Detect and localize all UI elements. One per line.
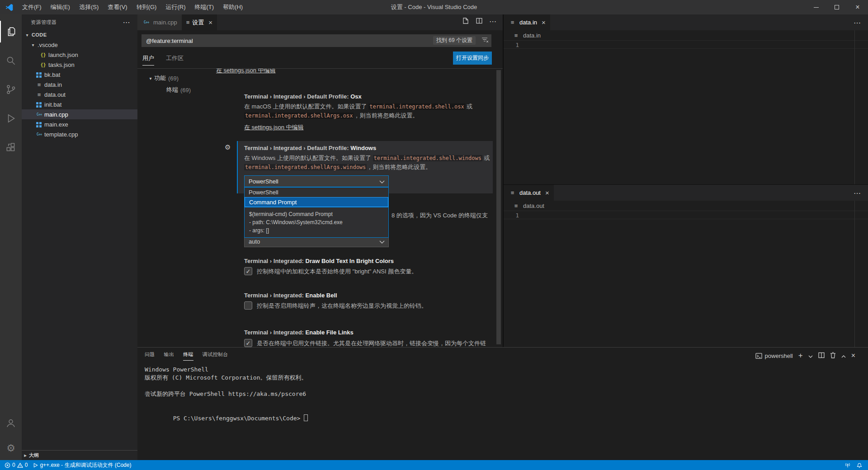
outline-section[interactable]: ▸ 大纲 (22, 450, 137, 460)
settings-gear-icon[interactable]: ⚙ (0, 437, 22, 459)
source-control-icon[interactable] (0, 79, 22, 100)
panel-tab[interactable]: 输出 (164, 351, 175, 361)
toc-item[interactable]: ▾ 功能 (69) (147, 74, 179, 82)
file-tree-row[interactable]: template.cpp (22, 129, 137, 139)
scope-tab[interactable]: 用户 (142, 54, 154, 66)
close-tab-icon[interactable]: × (208, 19, 212, 26)
notifications-bell-icon[interactable] (854, 460, 865, 470)
file-type-icon (35, 91, 43, 98)
enable-file-links-checkbox[interactable] (244, 339, 252, 347)
file-tree-row[interactable]: main.cpp (22, 109, 137, 119)
file-icon (508, 189, 517, 196)
header-separator (137, 68, 503, 69)
close-window-button[interactable]: × (847, 0, 868, 14)
maximize-panel-icon[interactable] (841, 352, 846, 359)
close-panel-icon[interactable]: × (851, 352, 855, 360)
file-tree-row[interactable]: bk.bat (22, 70, 137, 80)
clear-filters-icon[interactable] (481, 36, 489, 45)
settings-scope-tabs: 用户工作区 (142, 54, 184, 66)
explorer-icon[interactable] (0, 21, 22, 42)
setting-gear-icon[interactable]: ⚙ (225, 143, 231, 151)
terminal-prompt-line: PS C:\Users\fenggwsx\Documents\Code> (145, 406, 308, 431)
breadcrumb[interactable]: data.out (504, 201, 868, 211)
task-status[interactable]: g++.exe - 生成和调试活动文件 (Code) (30, 460, 134, 470)
shell-selector[interactable]: powershell (755, 352, 793, 359)
setting-desc-default-profile-osx: 在 macOS 上使用的默认配置文件。如果设置了 terminal.integr… (244, 102, 495, 120)
title-bar: 文件(F)编辑(E)选择(S)查看(V)转到(G)运行(R)终端(T)帮助(H)… (0, 0, 868, 14)
edit-in-settings-json-link[interactable]: 在 settings.json 中编辑 (244, 123, 304, 132)
dropdown-option[interactable]: PowerShell (245, 188, 388, 197)
feedback-broadcast-icon[interactable] (842, 460, 854, 470)
file-name: init.bat (43, 101, 61, 108)
run-debug-icon[interactable] (0, 108, 22, 129)
menu-item[interactable]: 查看(V) (103, 0, 132, 14)
file-tree-row[interactable]: tasks.json (22, 60, 137, 70)
menu-item[interactable]: 终端(T) (190, 0, 218, 14)
open-settings-json-icon[interactable] (462, 17, 469, 26)
file-tree-row[interactable]: ▾ CODE (22, 30, 137, 40)
new-terminal-icon[interactable]: + (798, 351, 803, 360)
file-tree-row[interactable]: init.bat (22, 99, 137, 109)
editor-line[interactable]: 1 (504, 211, 868, 219)
window-title: 设置 - Code - Visual Studio Code (391, 0, 477, 14)
toc-item[interactable]: 终端 (69) (159, 86, 191, 94)
minimap-border (854, 30, 855, 184)
panel-tab[interactable]: 调试控制台 (203, 351, 228, 361)
extensions-icon[interactable] (0, 136, 22, 158)
file-tree-row[interactable]: data.out (22, 89, 137, 99)
close-tab-icon[interactable]: × (545, 189, 549, 197)
split-terminal-icon[interactable] (818, 352, 825, 360)
tab-data-out[interactable]: data.out × (504, 185, 554, 201)
settings-scrollbar[interactable] (496, 70, 501, 344)
kill-terminal-icon[interactable] (830, 352, 836, 360)
panel-tabs: 问题输出终端调试控制台 (145, 351, 228, 361)
breadcrumb[interactable]: data.in (504, 30, 868, 40)
minimize-button[interactable] (806, 0, 826, 14)
file-tree-row[interactable]: ▾ .vscode (22, 40, 137, 50)
more-actions-icon[interactable]: ⋯ (854, 19, 861, 27)
panel-tab[interactable]: 问题 (145, 351, 155, 361)
file-type-icon (35, 113, 43, 117)
chevron-down-icon (379, 238, 385, 245)
split-editor-icon[interactable] (476, 17, 483, 26)
default-profile-windows-select[interactable]: PowerShell (244, 175, 389, 187)
problems-status[interactable]: 0 0 (2, 460, 30, 470)
dropdown-option[interactable]: Command Prompt (245, 197, 388, 207)
editor-line[interactable]: 1 (504, 40, 868, 49)
explorer-more-actions-icon[interactable]: ⋯ (123, 14, 131, 30)
tab-settings[interactable]: ≡ 设置 × (182, 14, 217, 30)
chevron-down-icon[interactable] (808, 352, 813, 359)
account-icon[interactable] (0, 412, 22, 434)
close-tab-icon[interactable]: × (542, 19, 546, 26)
minimap-border (854, 201, 855, 347)
menu-item[interactable]: 选择(S) (75, 0, 103, 14)
edit-in-settings-json-link-clipped[interactable]: 在 settings.json 中编辑 (216, 69, 276, 75)
file-name: data.out (43, 91, 66, 98)
maximize-button[interactable] (826, 0, 847, 14)
file-name: main.cpp (43, 111, 68, 118)
chevron-down-icon: ▾ (24, 33, 31, 38)
panel-tab[interactable]: 终端 (183, 351, 193, 361)
scope-tab[interactable]: 工作区 (166, 54, 184, 66)
menu-item[interactable]: 转到(G) (132, 0, 161, 14)
menu-item[interactable]: 帮助(H) (218, 0, 247, 14)
profile-options: PowerShellCommand Prompt (245, 188, 388, 207)
file-tree-row[interactable]: data.in (22, 80, 137, 89)
file-tree-row[interactable]: launch.json (22, 50, 137, 60)
search-icon[interactable] (0, 50, 22, 71)
more-actions-icon[interactable]: ⋯ (854, 189, 861, 197)
terminal-output[interactable]: Windows PowerShell版权所有 (C) Microsoft Cor… (145, 366, 308, 431)
settings-sync-button[interactable]: 打开设置同步 (453, 52, 492, 65)
tab-main-cpp[interactable]: main.cpp (137, 14, 182, 30)
menu-item[interactable]: 文件(F) (18, 0, 46, 14)
more-actions-icon[interactable]: ⋯ (489, 17, 496, 26)
setting-title-default-profile-osx: Terminal › Integrated › Default Profile:… (244, 93, 362, 100)
enable-bell-checkbox[interactable] (244, 301, 252, 310)
data-in-tab-bar: data.in × ⋯ (504, 14, 868, 30)
tab-data-in[interactable]: data.in × (504, 14, 550, 30)
file-name: tasks.json (47, 61, 75, 68)
draw-bold-text-checkbox[interactable] (244, 267, 252, 275)
menu-item[interactable]: 运行(R) (161, 0, 190, 14)
menu-item[interactable]: 编辑(E) (46, 0, 75, 14)
file-tree-row[interactable]: main.exe (22, 119, 137, 129)
